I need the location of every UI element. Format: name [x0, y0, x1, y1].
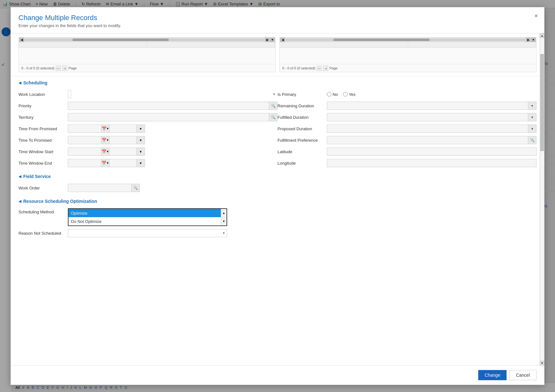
fulfillment-preference-lookup-btn[interactable]: 🔍 — [528, 136, 537, 144]
time-window-start-label: Time Window Start — [18, 149, 68, 154]
time-to-promised-time-btn[interactable]: ▼ — [137, 136, 145, 144]
scroll-down-btn[interactable]: ▼ — [540, 361, 544, 365]
scheduling-right-col: Is Primary No Yes — [278, 90, 537, 167]
proposed-duration-input[interactable] — [327, 125, 528, 133]
proposed-duration-btn[interactable]: ▼ — [528, 125, 537, 133]
work-order-lookup-btn[interactable]: 🔍 — [132, 184, 140, 192]
is-primary-no-option: No — [327, 92, 338, 97]
territory-lookup-btn[interactable]: 🔍 — [269, 113, 278, 121]
modal-close-button[interactable]: × — [534, 13, 538, 19]
lookup1-header — [19, 42, 275, 47]
fulfilled-duration-row: Fulfilled Duration ▼ — [278, 113, 537, 122]
time-window-start-date[interactable] — [68, 147, 101, 156]
lookup2-body — [280, 47, 536, 64]
latitude-row: Latitude — [278, 147, 537, 156]
modal-header: Change Multiple Records Enter your chang… — [11, 7, 544, 33]
lookup2-scroll-right[interactable]: ▶ — [526, 38, 530, 42]
lookup2-first-btn[interactable]: ⏮ — [317, 66, 322, 71]
priority-row: Priority 🔍 — [18, 101, 278, 110]
work-location-field — [68, 90, 278, 98]
lookup2-scroll-left[interactable]: ◀ — [280, 38, 285, 42]
priority-lookup-btn[interactable]: 🔍 — [269, 102, 278, 110]
lookup2-down-btn[interactable]: ▼ — [531, 38, 536, 42]
time-window-end-time-btn[interactable]: ▼ — [137, 159, 145, 167]
cal-dropdown-icon: ▼ — [106, 127, 109, 130]
time-to-promised-cal-btn[interactable]: 📅 ▼ — [101, 136, 110, 144]
change-button[interactable]: Change — [478, 370, 507, 380]
cal2-dropdown-icon: ▼ — [106, 139, 109, 142]
lookup1-page-label: Page — [68, 66, 77, 70]
scroll-up-btn[interactable]: ▲ — [540, 33, 544, 38]
change-multiple-records-modal: Change Multiple Records Enter your chang… — [11, 7, 544, 385]
time-to-promised-date[interactable] — [68, 136, 101, 144]
lookup-panel-1: ◀ ▶ ▼ 0 - 0 of 0 (0 — [18, 37, 276, 72]
longitude-input[interactable] — [327, 159, 537, 167]
fulfilled-duration-btn[interactable]: ▼ — [528, 113, 537, 121]
time-window-end-date[interactable] — [68, 159, 101, 167]
time-from-promised-cal-btn[interactable]: 📅 ▼ — [101, 125, 110, 133]
fulfillment-preference-field: 🔍 — [327, 136, 537, 144]
scheduling-section: ◀ Scheduling Work Location — [11, 76, 544, 170]
time-window-start-cal-btn[interactable]: 📅 ▼ — [101, 147, 110, 156]
time-from-promised-row: Time From Promised 📅 ▼ ▼ — [18, 124, 278, 133]
scheduling-section-header[interactable]: ◀ Scheduling — [18, 80, 537, 85]
cancel-button[interactable]: Cancel — [509, 370, 537, 380]
scheduling-method-optimize-option[interactable]: Optimize — [68, 209, 227, 217]
fulfillment-preference-input[interactable] — [327, 136, 528, 144]
is-primary-no-label: No — [333, 92, 338, 97]
calendar3-icon: 📅 — [102, 149, 106, 154]
time-window-end-cal-btn[interactable]: 📅 ▼ — [101, 159, 110, 167]
rso-scroll-up-btn[interactable]: ▲ — [221, 209, 227, 217]
scheduling-method-row: Scheduling Method Optimize Do Not Optimi… — [18, 208, 537, 226]
is-primary-yes-radio[interactable] — [343, 92, 348, 96]
time-window-end-field: 📅 ▼ ▼ — [68, 159, 278, 167]
lookup2-prev-btn[interactable]: ◀ — [323, 66, 328, 71]
cal4-dropdown-icon: ▼ — [106, 161, 109, 165]
time-from-promised-time[interactable] — [110, 125, 137, 133]
modal-vertical-scrollbar[interactable]: ▲ ▼ — [540, 33, 544, 365]
time-window-end-time[interactable] — [110, 159, 137, 167]
time-from-promised-date[interactable] — [68, 125, 101, 133]
lookup1-scroll-right[interactable]: ▶ — [265, 38, 270, 42]
work-order-input[interactable] — [68, 184, 132, 192]
scroll-track — [540, 38, 544, 361]
latitude-input[interactable] — [327, 147, 537, 156]
time-to-promised-time[interactable] — [110, 136, 137, 144]
field-service-section-title: Field Service — [23, 174, 51, 179]
remaining-duration-field: ▼ — [327, 102, 537, 110]
territory-input[interactable] — [68, 113, 269, 121]
field-service-section-header[interactable]: ◀ Field Service — [18, 174, 537, 179]
lookup1-first-btn[interactable]: ⏮ — [56, 66, 61, 71]
lookup2-pagination: 0 - 0 of 0 (0 selected) — [282, 66, 315, 70]
lookup1-down-btn[interactable]: ▼ — [270, 38, 275, 42]
priority-input[interactable] — [68, 102, 269, 110]
rso-scroll-down-btn[interactable]: ▼ — [221, 217, 227, 225]
modal-subtitle: Enter your changes in the fields that yo… — [18, 23, 537, 28]
reason-not-scheduled-row: Reason Not Scheduled — [18, 229, 537, 238]
remaining-duration-btn[interactable]: ▼ — [528, 102, 537, 110]
work-order-row: Work Order 🔍 — [18, 183, 537, 192]
rso-section-header[interactable]: ◀ Resource Scheduling Optimization — [18, 199, 537, 204]
lookup1-pagination: 0 - 0 of 0 (0 selected) — [21, 66, 54, 70]
lookup2-hscroll[interactable]: ◀ ▶ ▼ — [280, 38, 536, 42]
lookup1-prev-btn[interactable]: ◀ — [62, 66, 67, 71]
work-order-lookup-icon: 🔍 — [133, 186, 138, 190]
is-primary-no-radio[interactable] — [327, 92, 331, 96]
fulfilled-duration-input[interactable] — [327, 113, 528, 121]
lookup2-footer: 0 - 0 of 0 (0 selected) ⏮ ◀ Page — [280, 64, 536, 72]
longitude-label: Longitude — [278, 161, 327, 166]
calendar4-icon: 📅 — [102, 161, 106, 165]
time-window-start-time-btn[interactable]: ▼ — [137, 147, 145, 156]
time-window-start-time[interactable] — [110, 147, 137, 156]
remaining-duration-input[interactable] — [327, 102, 528, 110]
work-location-dropdown[interactable] — [68, 90, 71, 98]
fulfillment-preference-row: Fulfillment Preference 🔍 — [278, 136, 537, 145]
reason-not-scheduled-dropdown[interactable] — [68, 229, 227, 237]
time-to-promised-field: 📅 ▼ ▼ — [68, 136, 278, 144]
time-from-promised-time-btn[interactable]: ▼ — [137, 125, 145, 133]
lookup1-scroll-left[interactable]: ◀ — [19, 38, 24, 42]
scheduling-method-do-not-optimize-option[interactable]: Do Not Optimize — [68, 217, 227, 225]
lookup1-hscroll[interactable]: ◀ ▶ ▼ — [19, 38, 275, 42]
lookup2-header — [280, 42, 536, 47]
proposed-duration-row: Proposed Duration ▼ — [278, 124, 537, 133]
